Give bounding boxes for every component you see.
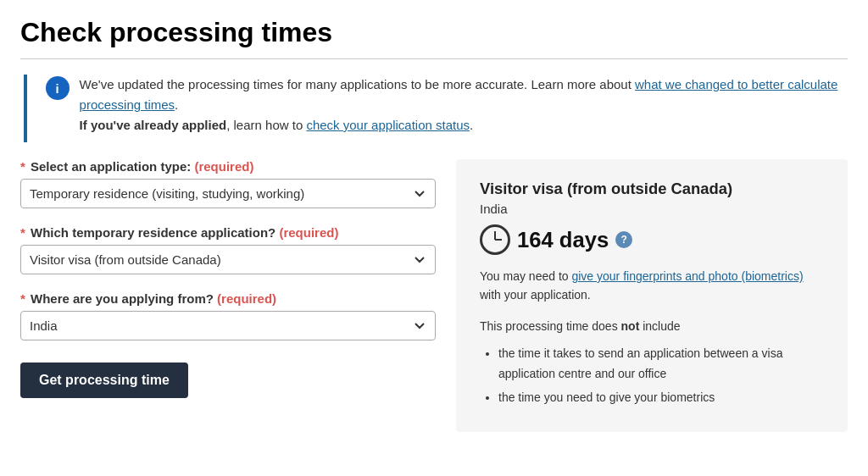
asterisk-2: * <box>20 225 25 240</box>
clock-icon <box>480 224 510 255</box>
not-include-suffix: include <box>639 319 680 333</box>
form-section: * Select an application type: (required)… <box>20 159 436 398</box>
result-title: Visitor visa (from outside Canada) <box>480 180 824 198</box>
application-type-select[interactable]: Temporary residence (visiting, studying,… <box>20 179 436 208</box>
get-processing-time-button[interactable]: Get processing time <box>20 363 188 398</box>
field3-label-text: Where are you applying from? <box>31 291 214 306</box>
info-icon: i <box>46 76 70 100</box>
info-text: We've updated the processing times for m… <box>80 75 848 136</box>
field1-label-text: Select an application type: <box>31 159 191 174</box>
info-blue-bar <box>24 75 27 142</box>
not-include-text: This processing time does <box>480 319 621 333</box>
result-note-after: with your application. <box>480 288 591 302</box>
applying-from-label: * Where are you applying from? (required… <box>20 291 436 306</box>
temp-residence-field: * Which temporary residence application?… <box>20 225 436 274</box>
field3-required: (required) <box>217 291 276 306</box>
page-title: Check processing times <box>20 17 848 48</box>
application-type-label: * Select an application type: (required) <box>20 159 436 174</box>
result-days: 164 days <box>517 228 609 252</box>
list-item: the time you need to give your biometric… <box>498 388 824 408</box>
applying-from-field: * Where are you applying from? (required… <box>20 291 436 340</box>
info-text-middle: , learn how to <box>226 118 306 132</box>
field2-label-text: Which temporary residence application? <box>31 225 275 240</box>
result-card: Visitor visa (from outside Canada) India… <box>456 159 848 432</box>
applying-from-select[interactable]: India China United States United Kingdom… <box>20 311 436 340</box>
field1-required: (required) <box>194 159 253 174</box>
main-content: * Select an application type: (required)… <box>20 159 848 432</box>
result-note: You may need to give your fingerprints a… <box>480 267 824 305</box>
asterisk-3: * <box>20 291 25 306</box>
field2-required: (required) <box>279 225 338 240</box>
temp-residence-select[interactable]: Visitor visa (from outside Canada) Study… <box>20 245 436 274</box>
asterisk-1: * <box>20 159 25 174</box>
not-include-bold: not <box>621 319 640 333</box>
list-item: the time it takes to send an application… <box>498 344 824 385</box>
biometrics-link[interactable]: give your fingerprints and photo (biomet… <box>571 269 803 283</box>
result-list: the time it takes to send an application… <box>480 344 824 407</box>
info-banner: i We've updated the processing times for… <box>20 75 848 142</box>
result-not-include: This processing time does not include <box>480 317 824 335</box>
result-country: India <box>480 202 824 216</box>
info-bold-text: If you've already applied <box>80 118 227 132</box>
info-text-after-link1: . <box>175 97 178 112</box>
help-icon[interactable]: ? <box>615 231 632 248</box>
info-link-2[interactable]: check your application status <box>306 118 470 132</box>
application-type-field: * Select an application type: (required)… <box>20 159 436 208</box>
info-text-before-link: We've updated the processing times for m… <box>80 77 635 91</box>
result-note-before: You may need to <box>480 269 571 283</box>
info-text-after-link2: . <box>470 118 473 132</box>
page-divider <box>20 58 848 59</box>
temp-residence-label: * Which temporary residence application?… <box>20 225 436 240</box>
result-time: 164 days ? <box>480 224 824 255</box>
